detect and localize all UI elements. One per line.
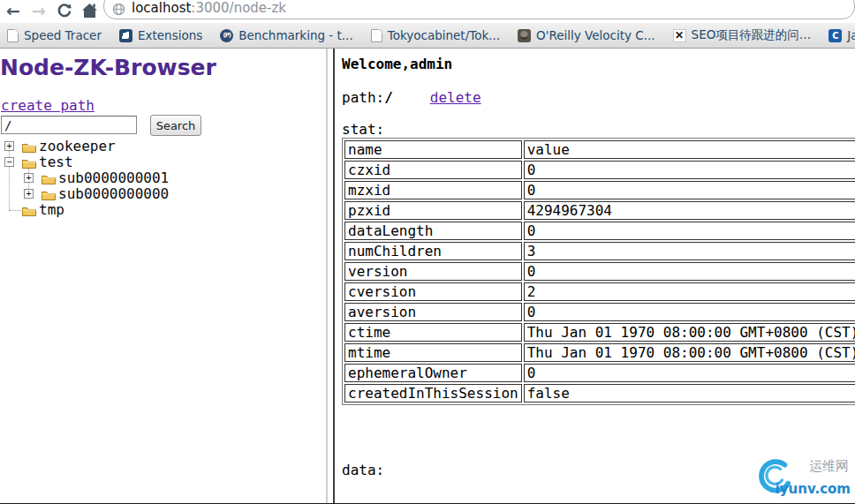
tree-node: +sub0000000000: [0, 186, 326, 202]
bookmark-label: O'Reilly Velocity C...: [536, 28, 655, 42]
stat-table-row: pzxid4294967304: [344, 201, 855, 220]
folder-icon[interactable]: [41, 188, 57, 205]
stat-table-row: createdInThisSessionfalse: [344, 384, 855, 402]
stat-name-cell: aversion: [344, 303, 522, 321]
stat-value-cell: 0: [524, 161, 855, 179]
stat-table-row: czxid0: [344, 161, 855, 179]
oreilly-icon: [518, 29, 531, 42]
node-detail-frame: Welcome,admin path:/delete stat: nameval…: [342, 49, 855, 503]
bookmark-item[interactable]: (P)Benchmarking - t...: [216, 25, 360, 46]
stat-name-cell: ctime: [344, 323, 522, 342]
sidebar-tree-frame: Node-ZK-Browser create path Search +zook…: [0, 49, 326, 503]
expand-plus-icon[interactable]: +: [24, 173, 34, 183]
stat-name-cell: createdInThisSession: [344, 384, 522, 402]
home-button[interactable]: [78, 0, 101, 21]
stat-value-cell: Thu Jan 01 1970 08:00:00 GMT+0800 (CST): [524, 343, 855, 362]
globe-icon: [112, 3, 125, 16]
stat-name-cell: mzxid: [344, 181, 522, 199]
stat-name-cell: dataLength: [344, 222, 522, 240]
tree-node-label[interactable]: test: [39, 154, 73, 170]
bookmarks-bar: Speed TracerExtensions(P)Benchmarking - …: [0, 23, 855, 49]
delete-link[interactable]: delete: [430, 89, 481, 106]
expand-plus-icon[interactable]: +: [4, 141, 14, 151]
folder-icon[interactable]: [41, 172, 57, 189]
refresh-icon: [57, 3, 72, 19]
search-button[interactable]: Search: [150, 115, 201, 136]
stat-table-row: mzxid0: [344, 181, 855, 199]
bookmark-label: SEO项目待跟进的问…: [692, 27, 812, 43]
bookmark-label: Extensions: [138, 28, 202, 42]
path-label: path:: [342, 89, 384, 106]
stat-name-cell: pzxid: [344, 201, 522, 220]
stat-table-row: mtimeThu Jan 01 1970 08:00:00 GMT+0800 (…: [344, 343, 855, 362]
path-row: path:/delete: [342, 89, 481, 106]
bookmark-item[interactable]: Tokyocabinet/Tok...: [367, 25, 508, 46]
stat-name-cell: ephemeralOwner: [344, 364, 522, 382]
browser-toolbar: ← → localhost:3000/node-zk: [0, 0, 855, 23]
stat-table-row: numChildren3: [344, 242, 855, 260]
tree-node-label[interactable]: sub0000000000: [58, 185, 169, 202]
bookmark-item[interactable]: Speed Tracer: [4, 25, 110, 46]
back-button[interactable]: ←: [2, 0, 25, 21]
stat-table-row: dataLength0: [344, 222, 855, 240]
stat-table-row: ctimeThu Jan 01 1970 08:00:00 GMT+0800 (…: [344, 323, 855, 342]
folder-icon[interactable]: [21, 156, 37, 173]
stat-value-cell: 0: [524, 303, 855, 321]
refresh-button[interactable]: [53, 0, 76, 21]
bookmark-item[interactable]: ✕SEO项目待跟进的问…: [670, 25, 820, 46]
stat-table-row: cversion2: [344, 282, 855, 301]
forward-button[interactable]: →: [27, 0, 50, 21]
url-path: :3000/node-zk: [191, 0, 286, 16]
watermark-site-name: 运维网: [809, 458, 849, 475]
stat-table-row: aversion0: [344, 303, 855, 321]
search-input[interactable]: [1, 116, 137, 134]
tree-node: +sub0000000001: [0, 170, 326, 186]
p-badge-icon: (P): [220, 29, 233, 42]
folder-icon[interactable]: [21, 204, 37, 221]
path-value: /: [384, 89, 393, 106]
bookmark-item[interactable]: O'Reilly Velocity C...: [514, 25, 663, 46]
stat-table-row: ephemeralOwner0: [344, 364, 855, 382]
iyunv-watermark: 运维网 iyunv.com: [753, 455, 852, 500]
watermark-site-url: iyunv.com: [776, 481, 851, 497]
url-text: localhost:3000/node-zk: [132, 0, 286, 16]
tree-connector-line: [9, 147, 10, 210]
bookmark-label: Benchmarking - t...: [238, 28, 352, 42]
tree-node: +zookeeper: [0, 139, 326, 154]
bookmark-item[interactable]: CJavaEye: [825, 25, 855, 46]
tree-node: −test: [0, 154, 326, 170]
stat-table: namevalueczxid0mzxid0pzxid4294967304data…: [342, 138, 855, 405]
bookmark-item[interactable]: Extensions: [116, 25, 210, 46]
tree-node-label[interactable]: zookeeper: [39, 138, 116, 154]
page-title: Node-ZK-Browser: [0, 55, 216, 80]
stat-value-cell: 4294967304: [524, 201, 855, 220]
page-icon: [371, 29, 382, 42]
page-icon: [7, 29, 19, 42]
stat-value-cell: 0: [524, 222, 855, 240]
collapse-minus-icon[interactable]: −: [4, 157, 14, 167]
address-bar[interactable]: localhost:3000/node-zk: [103, 0, 855, 19]
puzzle-icon: [119, 29, 132, 42]
stat-name-cell: name: [344, 140, 522, 159]
folder-icon[interactable]: [21, 140, 37, 157]
frame-divider[interactable]: [326, 49, 328, 503]
stat-table-row: namevalue: [344, 140, 855, 159]
stat-name-cell: version: [344, 262, 522, 281]
stat-name-cell: czxid: [344, 161, 522, 179]
stat-value-cell: value: [524, 140, 855, 159]
create-path-link[interactable]: create path: [1, 97, 95, 114]
stat-value-cell: 3: [524, 242, 855, 260]
stat-value-cell: 2: [524, 282, 855, 301]
back-arrow-icon: ←: [6, 1, 20, 20]
expand-plus-icon[interactable]: +: [24, 189, 34, 199]
stat-name-cell: numChildren: [344, 242, 522, 260]
stat-table-row: version0: [344, 262, 855, 281]
stat-value-cell: 0: [524, 364, 855, 382]
home-icon: [81, 3, 98, 19]
frame-divider[interactable]: [333, 49, 335, 503]
stat-value-cell: false: [524, 384, 855, 402]
bookmark-label: Tokyocabinet/Tok...: [388, 28, 500, 42]
cross-icon: ✕: [673, 29, 686, 42]
tree-node-label[interactable]: sub0000000001: [58, 169, 169, 186]
stat-value-cell: Thu Jan 01 1970 08:00:00 GMT+0800 (CST): [524, 323, 855, 342]
